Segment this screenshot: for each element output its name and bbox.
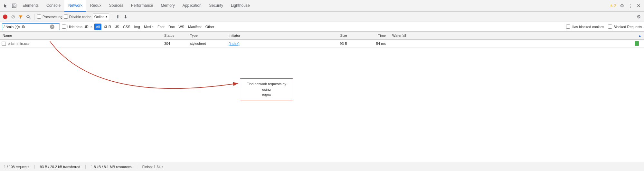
- tab-memory[interactable]: Memory: [157, 0, 179, 12]
- col-header-type[interactable]: Type: [190, 34, 229, 37]
- table-row[interactable]: prism.min.css 304 stylesheet (index) 93 …: [0, 40, 644, 48]
- resources-size: 1.8 kB / 8.1 MB resources: [91, 165, 137, 169]
- row-waterfall: [390, 41, 644, 46]
- initiator-link[interactable]: (index): [229, 42, 240, 45]
- row-initiator: (index): [229, 42, 309, 45]
- content-area: prism.min.css 304 stylesheet (index) 93 …: [0, 40, 644, 162]
- col-header-name[interactable]: Name: [0, 34, 164, 37]
- tab-console[interactable]: Console: [43, 0, 64, 12]
- filter-doc-button[interactable]: Doc: [167, 24, 176, 30]
- download-icon: ⬇: [124, 14, 128, 19]
- row-status: 304: [164, 42, 190, 45]
- search-button[interactable]: [25, 14, 32, 20]
- requests-count: 1 / 108 requests: [4, 165, 35, 169]
- warning-count: 2: [614, 4, 616, 8]
- tab-bar: Elements Console Network Redux Sources P…: [0, 0, 644, 12]
- col-header-time[interactable]: Time: [351, 34, 390, 37]
- tooltip-box: Find network requests by usingregex: [240, 78, 293, 100]
- filter-input[interactable]: [4, 25, 49, 29]
- filter-media-button[interactable]: Media: [142, 24, 155, 30]
- tab-performance[interactable]: Performance: [127, 0, 157, 12]
- svg-point-2: [27, 15, 29, 18]
- filter-icon-button[interactable]: [17, 14, 24, 20]
- network-settings-icon[interactable]: ⚙: [635, 13, 642, 20]
- hide-data-urls-label[interactable]: Hide data URLs: [62, 25, 92, 29]
- tab-bar-right: ⚠ 2 ⚙ ⋮ ✕: [610, 3, 641, 9]
- table-header: Name Status Type Initiator Size Time Wat…: [0, 32, 644, 40]
- filter-clear-button[interactable]: ✕: [50, 25, 54, 29]
- tab-lighthouse[interactable]: Lighthouse: [227, 0, 254, 12]
- filter-js-button[interactable]: JS: [113, 24, 121, 30]
- filter-input-wrapper: ✕: [2, 23, 60, 30]
- filter-bar: ✕ Hide data URLs All XHR JS CSS Img Medi…: [0, 22, 644, 32]
- hide-data-urls-checkbox[interactable]: [62, 25, 66, 29]
- import-har-button[interactable]: ⬆: [115, 14, 121, 20]
- filter-type-buttons: All XHR JS CSS Img Media Font Doc WS Man…: [94, 24, 216, 30]
- filter-ws-button[interactable]: WS: [177, 24, 186, 30]
- row-time: 54 ms: [351, 42, 390, 45]
- col-header-waterfall[interactable]: Waterfall ▲: [390, 34, 644, 37]
- filter-other-button[interactable]: Other: [204, 24, 216, 30]
- blocked-requests-text: Blocked Requests: [613, 25, 642, 29]
- warning-icon: ⚠: [610, 4, 613, 8]
- throttle-dropdown-icon: ▾: [106, 15, 108, 19]
- tab-redux[interactable]: Redux: [86, 0, 105, 12]
- transferred-size: 93 B / 20.2 kB transferred: [40, 165, 86, 169]
- col-header-status[interactable]: Status: [164, 34, 190, 37]
- svg-line-3: [29, 17, 30, 19]
- row-size: 93 B: [309, 42, 351, 45]
- upload-icon: ⬆: [116, 14, 120, 19]
- filter-xhr-button[interactable]: XHR: [102, 24, 113, 30]
- settings-icon[interactable]: ⚙: [619, 3, 625, 9]
- has-blocked-cookies-checkbox[interactable]: [566, 25, 570, 29]
- tooltip-text: Find network requests by usingregex: [247, 82, 286, 96]
- preserve-log-text: Preserve log: [43, 15, 62, 19]
- col-header-size[interactable]: Size: [309, 34, 351, 37]
- disable-cache-checkbox[interactable]: [64, 15, 68, 19]
- has-blocked-cookies-label[interactable]: Has blocked cookies: [566, 25, 604, 29]
- row-checkbox[interactable]: [1, 42, 6, 46]
- record-indicator: [3, 15, 7, 19]
- blocked-requests-label[interactable]: Blocked Requests: [608, 25, 642, 29]
- cursor-icon[interactable]: [3, 3, 9, 9]
- waterfall-bar: [635, 41, 639, 46]
- filter-all-button[interactable]: All: [94, 24, 101, 30]
- disable-cache-text: Disable cache: [69, 15, 91, 19]
- stop-button[interactable]: ⊘: [10, 14, 16, 20]
- tab-elements[interactable]: Elements: [19, 0, 43, 12]
- status-bar: 1 / 108 requests 93 B / 20.2 kB transfer…: [0, 162, 644, 171]
- preserve-log-label[interactable]: Preserve log: [37, 15, 62, 19]
- svg-rect-1: [13, 5, 15, 7]
- tab-security[interactable]: Security: [205, 0, 227, 12]
- close-devtools-icon[interactable]: ✕: [636, 3, 641, 9]
- export-har-button[interactable]: ⬇: [122, 14, 129, 20]
- waterfall-label: Waterfall: [392, 34, 406, 37]
- more-options-icon[interactable]: ⋮: [627, 3, 633, 9]
- record-button[interactable]: [2, 14, 8, 20]
- inspect-icon[interactable]: [11, 3, 17, 9]
- finish-time: Finish: 1.64 s: [142, 165, 168, 169]
- col-header-initiator[interactable]: Initiator: [229, 34, 309, 37]
- toolbar-divider-2: [112, 14, 112, 20]
- online-label: Online: [94, 15, 105, 19]
- tab-network[interactable]: Network: [64, 0, 86, 12]
- preserve-log-checkbox[interactable]: [37, 15, 41, 19]
- hide-data-urls-text: Hide data URLs: [67, 25, 92, 29]
- sort-arrow-icon: ▲: [638, 34, 641, 37]
- row-type: stylesheet: [190, 42, 229, 45]
- filter-css-button[interactable]: CSS: [121, 24, 132, 30]
- network-throttle-select[interactable]: Online ▾: [93, 13, 109, 20]
- blocked-requests-checkbox[interactable]: [608, 25, 612, 29]
- toolbar-divider-1: [34, 14, 34, 20]
- filter-img-button[interactable]: Img: [133, 24, 142, 30]
- disable-cache-label[interactable]: Disable cache: [64, 15, 91, 19]
- filter-manifest-button[interactable]: Manifest: [186, 24, 203, 30]
- warning-badge[interactable]: ⚠ 2: [610, 4, 616, 8]
- filter-font-button[interactable]: Font: [156, 24, 166, 30]
- tab-sources[interactable]: Sources: [105, 0, 127, 12]
- network-toolbar: ⊘ Preserve log Disable cache Online ▾ ⬆ …: [0, 12, 644, 22]
- tab-application[interactable]: Application: [179, 0, 205, 12]
- has-blocked-cookies-text: Has blocked cookies: [572, 25, 604, 29]
- svg-rect-0: [12, 4, 16, 8]
- tab-bar-left: [3, 3, 19, 9]
